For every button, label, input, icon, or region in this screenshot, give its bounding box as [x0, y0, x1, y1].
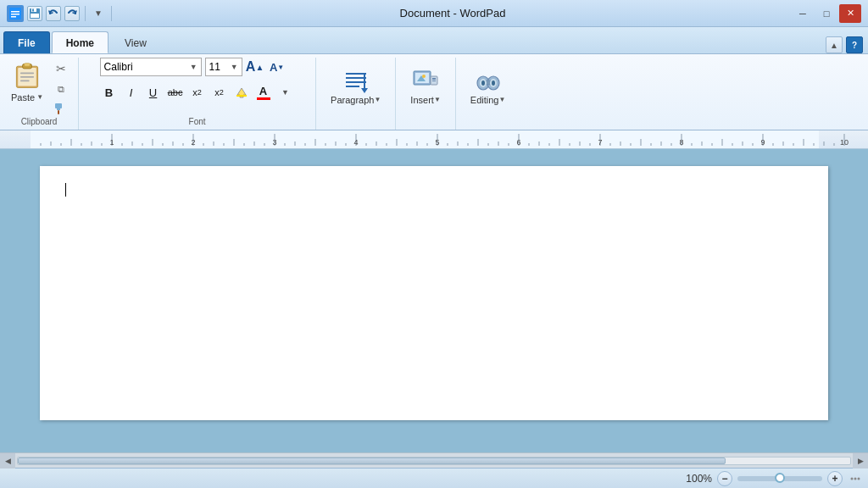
- svg-marker-24: [361, 88, 368, 93]
- svg-rect-14: [20, 80, 30, 81]
- clipboard-label: Clipboard: [21, 117, 58, 126]
- svg-rect-3: [11, 16, 16, 18]
- clipboard-icon: [12, 60, 42, 91]
- text-cursor: [65, 183, 66, 197]
- font-color-indicator: [257, 97, 270, 100]
- document-area[interactable]: [0, 149, 868, 452]
- collapse-ribbon-button[interactable]: ▲: [826, 36, 843, 53]
- separator: [85, 6, 86, 21]
- svg-point-41: [858, 477, 860, 480]
- font-name-arrow: ▼: [190, 63, 198, 71]
- window-title: Document - WordPad: [114, 7, 792, 19]
- maximize-button[interactable]: □: [815, 4, 837, 23]
- title-bar-left: ▼: [7, 5, 114, 22]
- font-group: Calibri ▼ 11 ▼ A▲ A▼ B I U abc x2 x2: [79, 58, 316, 130]
- bold-button[interactable]: B: [100, 83, 119, 102]
- close-button[interactable]: ✕: [839, 4, 861, 23]
- editing-arrow[interactable]: ▼: [498, 96, 505, 103]
- clipboard-sub-buttons: ✂ ⧉: [51, 58, 71, 119]
- svg-point-40: [854, 477, 857, 480]
- underline-button[interactable]: U: [144, 83, 163, 102]
- document-page[interactable]: [40, 166, 828, 420]
- zoom-slider[interactable]: [737, 476, 822, 481]
- ribbon-tabs: File Home View ▲ ?: [0, 27, 868, 54]
- scroll-right-button[interactable]: ▶: [853, 453, 868, 469]
- svg-rect-12: [20, 72, 34, 74]
- ribbon: Paste ▼ ✂ ⧉ Clipboard: [0, 54, 868, 130]
- svg-rect-19: [346, 73, 366, 75]
- status-bar: 100% − +: [0, 468, 868, 488]
- zoom-slider-thumb[interactable]: [775, 473, 785, 483]
- status-dots-icon: [849, 473, 861, 485]
- status-indicator: [849, 473, 861, 485]
- window-controls: ─ □ ✕: [792, 4, 861, 23]
- help-button[interactable]: ?: [846, 36, 863, 53]
- zoom-in-button[interactable]: +: [827, 471, 843, 486]
- highlight-button[interactable]: [232, 83, 251, 102]
- undo-button[interactable]: [46, 6, 61, 21]
- scroll-thumb[interactable]: [18, 458, 726, 464]
- font-color-button[interactable]: A: [254, 83, 273, 102]
- svg-rect-20: [346, 77, 366, 79]
- insert-label: Insert: [410, 95, 434, 105]
- svg-rect-7: [31, 14, 39, 18]
- paste-label: Paste: [11, 92, 35, 103]
- tab-view[interactable]: View: [110, 31, 161, 53]
- zoom-out-button[interactable]: −: [717, 471, 732, 486]
- svg-rect-21: [346, 81, 366, 83]
- svg-rect-1: [11, 11, 19, 13]
- svg-rect-15: [55, 103, 62, 108]
- paragraph-icon: [342, 68, 370, 95]
- font-label: Font: [189, 117, 206, 126]
- italic-button[interactable]: I: [122, 83, 141, 102]
- cut-button[interactable]: ✂: [51, 59, 71, 78]
- clipboard-group: Paste ▼ ✂ ⧉ Clipboard: [0, 58, 79, 130]
- tab-file[interactable]: File: [3, 31, 50, 53]
- copy-button[interactable]: ⧉: [51, 80, 71, 98]
- separator2: [111, 6, 112, 21]
- font-grow-button[interactable]: A▲: [246, 58, 264, 76]
- minimize-button[interactable]: ─: [792, 4, 814, 23]
- subscript-button[interactable]: x2: [188, 83, 207, 102]
- tab-home[interactable]: Home: [52, 31, 108, 53]
- editing-icon: [475, 68, 502, 95]
- font-name-dropdown[interactable]: Calibri ▼: [100, 58, 202, 76]
- font-shrink-button[interactable]: A▼: [268, 58, 287, 76]
- insert-arrow[interactable]: ▼: [434, 96, 441, 103]
- paragraph-arrow[interactable]: ▼: [374, 96, 381, 103]
- title-bar: ▼ Document - WordPad ─ □ ✕: [0, 0, 868, 27]
- svg-rect-31: [432, 80, 436, 81]
- svg-rect-2: [11, 14, 19, 15]
- font-size-arrow: ▼: [231, 63, 238, 71]
- app-icon: [7, 5, 24, 22]
- font-row2: B I U abc x2 x2 A ▼: [100, 83, 295, 102]
- paragraph-button[interactable]: Paragraph ▼: [323, 64, 388, 109]
- paint-format-button[interactable]: [51, 100, 71, 119]
- svg-rect-17: [58, 110, 59, 114]
- svg-point-38: [492, 80, 495, 86]
- svg-point-39: [851, 477, 854, 480]
- editing-group: Editing ▼ Editing: [456, 58, 520, 130]
- redo-button[interactable]: [64, 6, 80, 21]
- save-button[interactable]: [27, 6, 42, 21]
- editing-label: Editing: [470, 95, 499, 105]
- font-color-dropdown[interactable]: ▼: [276, 83, 295, 102]
- paste-button[interactable]: Paste ▼: [7, 58, 47, 105]
- customize-qat-button[interactable]: ▼: [91, 6, 106, 21]
- font-size-dropdown[interactable]: 11 ▼: [205, 58, 242, 76]
- paste-dropdown-arrow[interactable]: ▼: [36, 93, 43, 101]
- superscript-button[interactable]: x2: [210, 83, 229, 102]
- strikethrough-button[interactable]: abc: [166, 83, 185, 102]
- font-color-label: A: [259, 85, 267, 97]
- scroll-left-button[interactable]: ◀: [0, 453, 15, 469]
- scroll-track[interactable]: [17, 457, 851, 465]
- insert-button[interactable]: Insert ▼: [403, 64, 448, 109]
- svg-point-37: [481, 80, 485, 86]
- ribbon-tabs-right: ▲ ?: [826, 36, 868, 53]
- paint-icon: [53, 102, 69, 117]
- svg-rect-11: [24, 64, 30, 67]
- editing-button[interactable]: Editing ▼: [463, 64, 514, 109]
- svg-rect-22: [346, 86, 359, 87]
- font-size-value: 11: [209, 61, 220, 73]
- ruler: [0, 130, 868, 149]
